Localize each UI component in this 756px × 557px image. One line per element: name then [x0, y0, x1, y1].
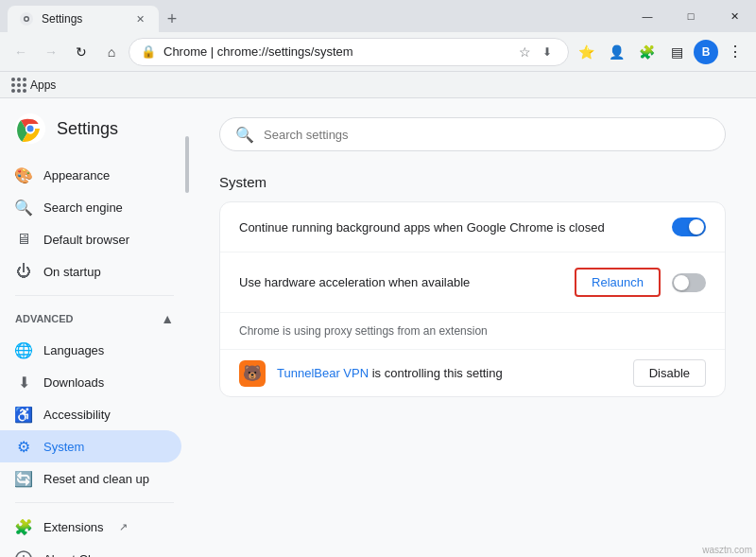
sidebar-item-system[interactable]: ⚙ System [0, 430, 181, 462]
vpn-link[interactable]: TunnelBear VPN [277, 366, 369, 380]
sidebar-item-appearance[interactable]: 🎨 Appearance [0, 159, 181, 191]
search-engine-label: Search engine [43, 200, 123, 215]
vpn-row: 🐻 TunnelBear VPN is controlling this set… [220, 350, 725, 396]
tab-close-button[interactable]: ✕ [132, 11, 147, 26]
default-browser-label: Default browser [43, 233, 129, 247]
section-title: System [219, 174, 726, 190]
sidebar-item-accessibility[interactable]: ♿ Accessibility [0, 398, 181, 430]
sidebar-title: Settings [57, 119, 118, 139]
advanced-collapse-icon: ▲ [161, 311, 174, 326]
downloads-icon: ⬇ [15, 374, 32, 391]
tab-area: Settings ✕ + [0, 0, 185, 32]
title-bar: Settings ✕ + — □ ✕ [0, 0, 756, 32]
apps-grid-icon [11, 78, 26, 93]
address-icons: ☆ ⬇ [515, 43, 557, 61]
appearance-label: Appearance [43, 168, 110, 183]
hardware-accel-label: Use hardware acceleration when available [239, 275, 575, 289]
default-browser-icon: 🖥 [15, 231, 32, 248]
sidebar-item-about-chrome[interactable]: About Chrome [0, 543, 181, 557]
apps-bar: Apps [0, 72, 756, 98]
chrome-logo-icon [15, 113, 45, 144]
nav-bar: ← → ↻ ⌂ 🔒 Chrome | chrome://settings/sys… [0, 32, 756, 72]
about-chrome-icon [15, 550, 32, 557]
disable-button[interactable]: Disable [633, 359, 706, 387]
on-startup-icon: ⏻ [15, 263, 32, 280]
minimize-button[interactable]: — [626, 0, 669, 32]
about-chrome-label: About Chrome [43, 552, 123, 558]
nav-right: ⭐ 👤 🧩 ▤ B ⋮ [573, 39, 748, 65]
sidebar-item-default-browser[interactable]: 🖥 Default browser [0, 223, 181, 255]
sidebar-divider-1 [15, 295, 174, 296]
hardware-accel-toggle[interactable] [672, 273, 706, 292]
svg-point-5 [27, 126, 34, 132]
bookmark-page-icon[interactable]: ⭐ [573, 39, 599, 65]
languages-label: Languages [43, 343, 104, 357]
sidebar-item-on-startup[interactable]: ⏻ On startup [0, 255, 181, 287]
home-button[interactable]: ⌂ [98, 39, 125, 65]
watermark: wasztn.com [702, 545, 752, 555]
search-engine-icon: 🔍 [15, 199, 32, 216]
search-icon: 🔍 [235, 126, 254, 144]
svg-point-2 [26, 18, 28, 21]
address-bar[interactable]: 🔒 Chrome | chrome://settings/system ☆ ⬇ [129, 38, 569, 66]
sidebar-item-downloads[interactable]: ⬇ Downloads [0, 366, 181, 398]
proxy-label: Chrome is using proxy settings from an e… [239, 324, 706, 338]
downloads-label: Downloads [43, 375, 104, 390]
proxy-row: Chrome is using proxy settings from an e… [220, 313, 725, 350]
main-content: Settings 🎨 Appearance 🔍 Search engine 🖥 … [0, 98, 756, 557]
sidebar-item-search-engine[interactable]: 🔍 Search engine [0, 191, 181, 223]
extensions-icon: 🧩 [15, 518, 32, 535]
menu-icon[interactable]: ⋮ [722, 39, 748, 65]
user-avatar[interactable]: B [694, 40, 718, 64]
settings-tab[interactable]: Settings ✕ [8, 6, 159, 32]
languages-icon: 🌐 [15, 341, 32, 358]
background-apps-toggle[interactable] [672, 218, 706, 236]
external-link-icon: ↗ [119, 521, 128, 533]
appearance-icon: 🎨 [15, 166, 32, 183]
sidebar-item-reset-clean-up[interactable]: 🔄 Reset and clean up [0, 462, 181, 495]
sidebar-header: Settings [0, 106, 189, 159]
download-icon[interactable]: ⬇ [538, 43, 557, 61]
sidebar: Settings 🎨 Appearance 🔍 Search engine 🖥 … [0, 98, 189, 557]
new-tab-button[interactable]: + [159, 6, 185, 32]
sidebar-scrollbar-track [185, 98, 189, 557]
search-input[interactable] [264, 128, 710, 142]
hardware-accel-row: Use hardware acceleration when available… [220, 252, 725, 313]
settings-content: 🔍 System Continue running background app… [189, 98, 756, 557]
maximize-button[interactable]: □ [669, 0, 713, 32]
reset-icon: 🔄 [15, 470, 32, 487]
tunnelbear-icon: 🐻 [239, 360, 266, 387]
advanced-label: Advanced [15, 313, 74, 324]
relaunch-button[interactable]: Relaunch [575, 268, 661, 297]
toggle-knob [689, 219, 704, 235]
back-button[interactable]: ← [8, 39, 34, 65]
sidebar-item-languages[interactable]: 🌐 Languages [0, 334, 181, 366]
forward-button[interactable]: → [38, 39, 64, 65]
accessibility-label: Accessibility [43, 408, 111, 422]
extensions-label: Extensions [43, 520, 104, 534]
toggle-knob-2 [674, 275, 689, 290]
apps-link[interactable]: Apps [11, 78, 56, 93]
system-icon: ⚙ [15, 438, 32, 455]
profile-icon[interactable]: 👤 [603, 39, 629, 65]
sidebar-icon[interactable]: ▤ [663, 39, 690, 65]
sidebar-divider-2 [15, 502, 174, 503]
refresh-button[interactable]: ↻ [68, 39, 94, 65]
address-text: Chrome | chrome://settings/system [163, 44, 507, 59]
close-button[interactable]: ✕ [713, 0, 756, 32]
system-label: System [43, 440, 84, 454]
bookmark-icon[interactable]: ☆ [515, 43, 534, 61]
tab-favicon [19, 11, 34, 26]
on-startup-label: On startup [43, 265, 101, 279]
sidebar-scrollbar-thumb [185, 136, 189, 193]
search-bar[interactable]: 🔍 [219, 117, 726, 151]
reset-clean-up-label: Reset and clean up [43, 472, 149, 486]
lock-icon: 🔒 [141, 44, 156, 59]
sidebar-item-extensions[interactable]: 🧩 Extensions ↗ [0, 511, 181, 543]
extension-puzzle-icon[interactable]: 🧩 [633, 39, 660, 65]
settings-card: Continue running background apps when Go… [219, 201, 726, 397]
advanced-section-header[interactable]: Advanced ▲ [0, 304, 189, 334]
window-controls: — □ ✕ [626, 0, 756, 32]
vpn-suffix: is controlling this setting [369, 366, 503, 380]
vpn-text: TunnelBear VPN is controlling this setti… [277, 366, 622, 380]
